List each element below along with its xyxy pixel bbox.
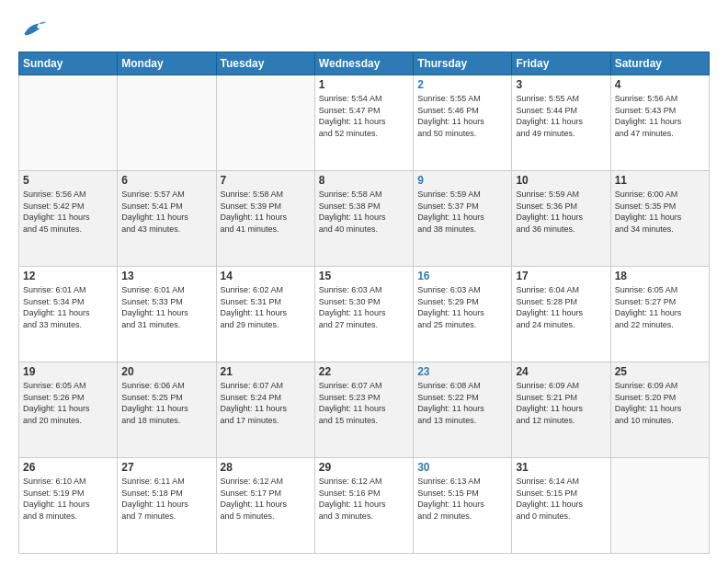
calendar-cell: 15Sunrise: 6:03 AM Sunset: 5:30 PM Dayli… (314, 267, 413, 362)
calendar-cell: 17Sunrise: 6:04 AM Sunset: 5:28 PM Dayli… (512, 267, 610, 362)
calendar-cell: 5Sunrise: 5:56 AM Sunset: 5:42 PM Daylig… (19, 171, 118, 267)
day-number: 4 (615, 78, 705, 91)
calendar-week-row: 19Sunrise: 6:05 AM Sunset: 5:26 PM Dayli… (19, 362, 710, 458)
calendar-cell: 6Sunrise: 5:57 AM Sunset: 5:41 PM Daylig… (118, 171, 216, 267)
day-number: 22 (319, 365, 409, 378)
day-number: 17 (516, 270, 606, 282)
calendar-cell: 12Sunrise: 6:01 AM Sunset: 5:34 PM Dayli… (19, 267, 118, 362)
weekday-header: Monday (118, 52, 216, 75)
day-info: Sunrise: 6:04 AM Sunset: 5:28 PM Dayligh… (516, 284, 606, 330)
weekday-header-row: SundayMondayTuesdayWednesdayThursdayFrid… (19, 52, 710, 75)
day-info: Sunrise: 5:55 AM Sunset: 5:44 PM Dayligh… (516, 93, 606, 139)
weekday-header: Wednesday (314, 52, 413, 75)
day-number: 26 (23, 461, 113, 474)
day-info: Sunrise: 6:07 AM Sunset: 5:23 PM Dayligh… (319, 380, 409, 426)
calendar-cell: 7Sunrise: 5:58 AM Sunset: 5:39 PM Daylig… (216, 171, 314, 267)
day-info: Sunrise: 6:12 AM Sunset: 5:16 PM Dayligh… (319, 476, 409, 522)
calendar-cell: 19Sunrise: 6:05 AM Sunset: 5:26 PM Dayli… (19, 362, 118, 458)
day-number: 11 (615, 174, 705, 187)
day-number: 27 (121, 461, 211, 474)
day-number: 15 (319, 270, 409, 282)
calendar-cell: 25Sunrise: 6:09 AM Sunset: 5:20 PM Dayli… (610, 362, 709, 458)
day-number: 24 (516, 365, 606, 378)
day-info: Sunrise: 6:11 AM Sunset: 5:18 PM Dayligh… (121, 476, 211, 522)
day-number: 9 (417, 174, 507, 187)
day-info: Sunrise: 6:03 AM Sunset: 5:29 PM Dayligh… (417, 284, 507, 330)
calendar-week-row: 5Sunrise: 5:56 AM Sunset: 5:42 PM Daylig… (19, 171, 710, 267)
calendar-cell (19, 75, 118, 171)
day-info: Sunrise: 6:01 AM Sunset: 5:34 PM Dayligh… (23, 284, 113, 330)
day-info: Sunrise: 6:07 AM Sunset: 5:24 PM Dayligh… (221, 380, 311, 426)
calendar-cell: 30Sunrise: 6:13 AM Sunset: 5:15 PM Dayli… (414, 458, 512, 554)
day-number: 19 (23, 365, 113, 378)
day-info: Sunrise: 5:57 AM Sunset: 5:41 PM Dayligh… (121, 189, 211, 235)
calendar-cell: 22Sunrise: 6:07 AM Sunset: 5:23 PM Dayli… (314, 362, 413, 458)
day-number: 8 (319, 174, 409, 187)
day-number: 6 (121, 174, 211, 187)
logo (18, 17, 51, 42)
day-number: 5 (23, 174, 113, 187)
day-number: 29 (319, 461, 409, 474)
day-info: Sunrise: 6:10 AM Sunset: 5:19 PM Dayligh… (23, 476, 113, 522)
day-number: 16 (417, 270, 507, 282)
day-number: 2 (417, 78, 507, 91)
day-number: 1 (319, 78, 409, 91)
day-number: 12 (23, 270, 113, 282)
calendar-cell (216, 75, 314, 171)
calendar-cell: 2Sunrise: 5:55 AM Sunset: 5:46 PM Daylig… (414, 75, 512, 171)
day-info: Sunrise: 5:55 AM Sunset: 5:46 PM Dayligh… (417, 93, 507, 139)
logo-icon (18, 17, 48, 42)
day-info: Sunrise: 6:05 AM Sunset: 5:26 PM Dayligh… (23, 380, 113, 426)
day-number: 10 (516, 174, 606, 187)
weekday-header: Saturday (610, 52, 709, 75)
calendar-week-row: 1Sunrise: 5:54 AM Sunset: 5:47 PM Daylig… (19, 75, 710, 171)
calendar-cell: 4Sunrise: 5:56 AM Sunset: 5:43 PM Daylig… (610, 75, 709, 171)
weekday-header: Friday (512, 52, 610, 75)
calendar-cell: 26Sunrise: 6:10 AM Sunset: 5:19 PM Dayli… (19, 458, 118, 554)
day-number: 14 (221, 270, 311, 282)
day-number: 18 (615, 270, 705, 282)
day-number: 30 (417, 461, 507, 474)
calendar-cell: 1Sunrise: 5:54 AM Sunset: 5:47 PM Daylig… (314, 75, 413, 171)
calendar-cell: 8Sunrise: 5:58 AM Sunset: 5:38 PM Daylig… (314, 171, 413, 267)
calendar-cell: 18Sunrise: 6:05 AM Sunset: 5:27 PM Dayli… (610, 267, 709, 362)
day-info: Sunrise: 5:59 AM Sunset: 5:37 PM Dayligh… (417, 189, 507, 235)
calendar-cell: 3Sunrise: 5:55 AM Sunset: 5:44 PM Daylig… (512, 75, 610, 171)
day-number: 3 (516, 78, 606, 91)
calendar-cell: 13Sunrise: 6:01 AM Sunset: 5:33 PM Dayli… (118, 267, 216, 362)
calendar-table: SundayMondayTuesdayWednesdayThursdayFrid… (18, 52, 710, 554)
calendar-cell (610, 458, 709, 554)
day-info: Sunrise: 5:56 AM Sunset: 5:42 PM Dayligh… (23, 189, 113, 235)
day-number: 7 (221, 174, 311, 187)
calendar-cell: 20Sunrise: 6:06 AM Sunset: 5:25 PM Dayli… (118, 362, 216, 458)
day-info: Sunrise: 5:59 AM Sunset: 5:36 PM Dayligh… (516, 189, 606, 235)
day-info: Sunrise: 6:09 AM Sunset: 5:20 PM Dayligh… (615, 380, 705, 426)
calendar-cell: 24Sunrise: 6:09 AM Sunset: 5:21 PM Dayli… (512, 362, 610, 458)
day-info: Sunrise: 6:06 AM Sunset: 5:25 PM Dayligh… (121, 380, 211, 426)
calendar-cell: 28Sunrise: 6:12 AM Sunset: 5:17 PM Dayli… (216, 458, 314, 554)
calendar-cell: 9Sunrise: 5:59 AM Sunset: 5:37 PM Daylig… (414, 171, 512, 267)
calendar-cell: 10Sunrise: 5:59 AM Sunset: 5:36 PM Dayli… (512, 171, 610, 267)
day-info: Sunrise: 5:54 AM Sunset: 5:47 PM Dayligh… (319, 93, 409, 139)
day-info: Sunrise: 6:00 AM Sunset: 5:35 PM Dayligh… (615, 189, 705, 235)
day-info: Sunrise: 5:58 AM Sunset: 5:38 PM Dayligh… (319, 189, 409, 235)
calendar-cell: 21Sunrise: 6:07 AM Sunset: 5:24 PM Dayli… (216, 362, 314, 458)
weekday-header: Sunday (19, 52, 118, 75)
day-info: Sunrise: 6:12 AM Sunset: 5:17 PM Dayligh… (221, 476, 311, 522)
day-info: Sunrise: 6:14 AM Sunset: 5:15 PM Dayligh… (516, 476, 606, 522)
calendar-cell: 27Sunrise: 6:11 AM Sunset: 5:18 PM Dayli… (118, 458, 216, 554)
weekday-header: Thursday (414, 52, 512, 75)
day-info: Sunrise: 6:01 AM Sunset: 5:33 PM Dayligh… (121, 284, 211, 330)
calendar-cell: 23Sunrise: 6:08 AM Sunset: 5:22 PM Dayli… (414, 362, 512, 458)
day-number: 13 (121, 270, 211, 282)
day-info: Sunrise: 6:02 AM Sunset: 5:31 PM Dayligh… (221, 284, 311, 330)
day-info: Sunrise: 6:03 AM Sunset: 5:30 PM Dayligh… (319, 284, 409, 330)
day-number: 28 (221, 461, 311, 474)
calendar-cell: 29Sunrise: 6:12 AM Sunset: 5:16 PM Dayli… (314, 458, 413, 554)
day-info: Sunrise: 6:09 AM Sunset: 5:21 PM Dayligh… (516, 380, 606, 426)
day-info: Sunrise: 5:58 AM Sunset: 5:39 PM Dayligh… (221, 189, 311, 235)
header (18, 17, 710, 42)
calendar-cell: 14Sunrise: 6:02 AM Sunset: 5:31 PM Dayli… (216, 267, 314, 362)
calendar-cell: 31Sunrise: 6:14 AM Sunset: 5:15 PM Dayli… (512, 458, 610, 554)
weekday-header: Tuesday (216, 52, 314, 75)
